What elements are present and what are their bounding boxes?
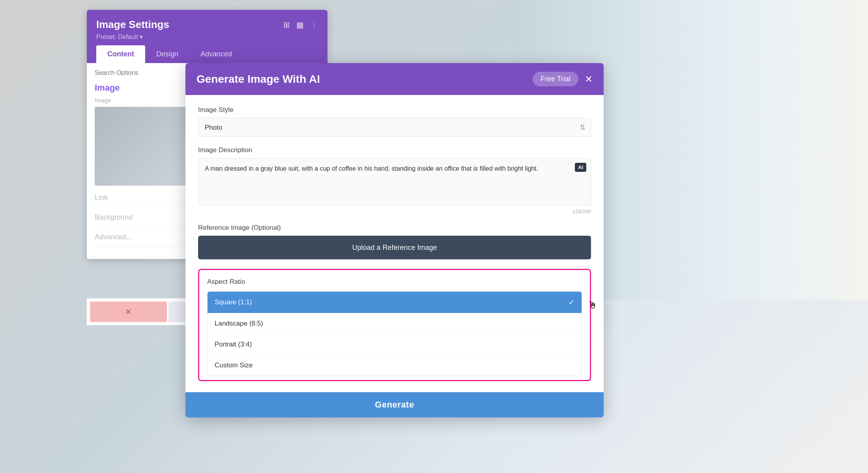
option-label-square: Square (1:1) (215, 298, 252, 306)
image-description-label: Image Description (198, 146, 591, 154)
settings-panel-title: Image Settings (96, 19, 169, 31)
tab-design[interactable]: Design (145, 45, 189, 63)
tab-advanced[interactable]: Advanced (189, 45, 243, 63)
modal-header: Generate Image With AI Free Trial ✕ (185, 63, 604, 95)
upload-reference-button[interactable]: Upload a Reference Image (198, 236, 591, 259)
aspect-ratio-option-square[interactable]: Square (1:1) ✓ (208, 292, 582, 313)
aspect-ratio-option-landscape[interactable]: Landscape (8:5) (208, 313, 582, 334)
image-style-select-wrapper: Photo Illustration Painting Sketch 3D Re… (198, 118, 591, 137)
image-description-group: Image Description A man dressed in a gra… (198, 146, 591, 214)
settings-panel-header: Image Settings ⊞ ▦ ⋮ Preset: Default ▾ C… (87, 10, 327, 63)
more-icon[interactable]: ⋮ (310, 20, 318, 30)
ai-badge: AI (575, 163, 586, 172)
aspect-ratio-option-portrait[interactable]: Portrait (3:4) (208, 334, 582, 355)
option-label-portrait: Portrait (3:4) (215, 341, 252, 348)
settings-tabs: Content Design Advanced (96, 45, 318, 63)
image-style-select[interactable]: Photo Illustration Painting Sketch 3D Re… (198, 118, 591, 137)
fullscreen-icon[interactable]: ⊞ (283, 20, 290, 30)
image-style-label: Image Style (198, 106, 591, 114)
aspect-ratio-option-custom[interactable]: Custom Size (208, 355, 582, 376)
modal-body: Image Style Photo Illustration Painting … (185, 95, 604, 392)
image-description-textarea[interactable]: A man dressed in a gray blue suit, with … (198, 158, 591, 205)
modal-title: Generate Image With AI (196, 73, 320, 86)
settings-title-row: Image Settings ⊞ ▦ ⋮ (96, 19, 318, 31)
tab-content[interactable]: Content (96, 45, 145, 63)
check-icon-square: ✓ (569, 298, 574, 307)
image-style-group: Image Style Photo Illustration Painting … (198, 106, 591, 137)
generate-image-modal: Generate Image With AI Free Trial ✕ Imag… (185, 63, 604, 417)
aspect-ratio-dropdown: Square (1:1) ✓ Landscape (8:5) Portrait … (207, 291, 582, 376)
modal-close-button[interactable]: ✕ (585, 74, 593, 84)
generate-button[interactable]: Generate (185, 392, 604, 417)
columns-icon[interactable]: ▦ (296, 20, 304, 30)
reference-image-group: Reference Image (Optional) Upload a Refe… (198, 224, 591, 259)
settings-preset[interactable]: Preset: Default ▾ (96, 33, 318, 41)
option-label-custom: Custom Size (215, 361, 253, 369)
free-trial-badge[interactable]: Free Trial (533, 72, 578, 86)
char-count: 128/200 (198, 209, 591, 214)
reference-image-label: Reference Image (Optional) (198, 224, 591, 232)
option-label-landscape: Landscape (8:5) (215, 320, 263, 328)
aspect-ratio-section: Aspect Ratio Square (1:1) ✓ Landscape (8… (198, 269, 591, 381)
description-wrapper: A man dressed in a gray blue suit, with … (198, 158, 591, 207)
modal-footer: Generate (185, 392, 604, 417)
cancel-button[interactable]: ✕ (90, 302, 167, 322)
modal-header-right: Free Trial ✕ (533, 72, 593, 86)
aspect-ratio-label: Aspect Ratio (207, 278, 582, 286)
settings-panel-icons: ⊞ ▦ ⋮ (283, 20, 318, 30)
